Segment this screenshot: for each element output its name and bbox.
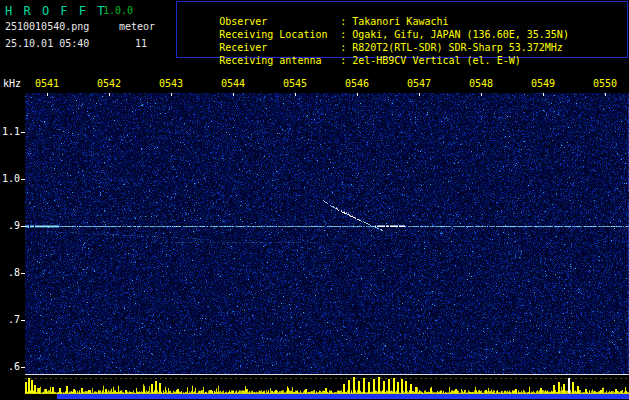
- info-separator: :: [340, 16, 352, 27]
- app-logo: H R O F F T: [5, 4, 106, 18]
- info-value: Takanori Kawachi: [352, 16, 448, 27]
- hrofft-output-image: H R O F F T 1.0.0 2510010540.png meteor …: [0, 0, 629, 400]
- y-tick-label: .7: [8, 314, 20, 325]
- info-label: Receiving Location: [219, 29, 340, 40]
- info-row-observer: Observer: Takanori Kawachi: [183, 5, 627, 18]
- observation-datetime: 25.10.01 05:40: [5, 38, 89, 49]
- x-tick-label: 0546: [344, 78, 370, 89]
- echo-count: 11: [135, 38, 147, 49]
- x-tick-label: 0541: [34, 78, 60, 89]
- freq-axis: 1.11.0.9.8.7.6: [0, 93, 25, 374]
- app-version: 1.0.0: [103, 5, 133, 16]
- info-separator: :: [340, 42, 352, 53]
- x-tick-label: 0544: [220, 78, 246, 89]
- info-value: Ogaki, Gifu, JAPAN (136.60E, 35.35N): [352, 29, 569, 40]
- mode-label: meteor: [119, 21, 155, 32]
- time-coverage-bar: [57, 394, 629, 399]
- y-tick-label: 1.0: [2, 173, 20, 184]
- x-tick-label: 0543: [158, 78, 184, 89]
- x-tick-label: 0545: [282, 78, 308, 89]
- y-tick-label: .8: [8, 267, 20, 278]
- x-tick-label: 0550: [592, 78, 618, 89]
- amplitude-canvas: [25, 376, 629, 394]
- info-value: R820T2(RTL-SDR) SDR-Sharp 53.372MHz: [352, 42, 563, 53]
- x-tick-label: 0549: [530, 78, 556, 89]
- info-separator: :: [340, 55, 352, 66]
- info-value: 2el-HB9CV Vertical (el. E-W): [352, 55, 521, 66]
- separator-line: [25, 374, 629, 375]
- output-filename: 2510010540.png: [5, 21, 89, 32]
- x-tick-label: 0542: [96, 78, 122, 89]
- x-tick-label: 0547: [406, 78, 432, 89]
- y-tick-label: 1.1: [2, 126, 20, 137]
- y-tick-label: .9: [8, 220, 20, 231]
- info-separator: :: [340, 29, 352, 40]
- info-label: Receiving antenna: [219, 55, 340, 66]
- info-label: Observer: [219, 16, 340, 27]
- info-label: Receiver: [219, 42, 340, 53]
- station-info-box: Observer: Takanori Kawachi Receiving Loc…: [176, 1, 628, 58]
- y-tick-label: .6: [8, 361, 20, 372]
- spectrogram-canvas: [25, 93, 629, 374]
- y-axis-unit-label: kHz: [3, 78, 21, 89]
- time-axis: 0541054205430544054505460547054805490550: [25, 78, 629, 91]
- x-tick-label: 0548: [468, 78, 494, 89]
